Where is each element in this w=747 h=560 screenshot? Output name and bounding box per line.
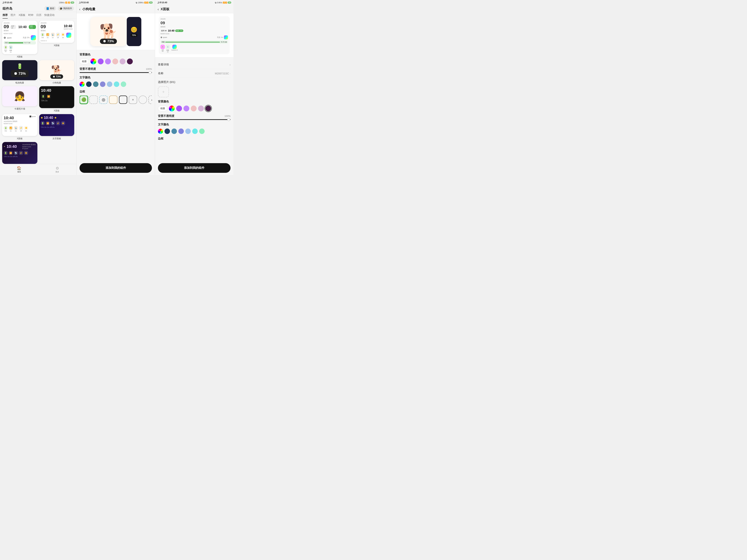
text-color-lightblue-3[interactable] <box>185 129 191 134</box>
widget-xpanel-1[interactable]: 2024/05 09 星期四 蓝牙 Off 10:40 电量: 71% M200… <box>2 21 37 58</box>
tab-shortcuts[interactable]: 快捷启动 <box>44 12 54 19</box>
opacity-label-3: 背景不透明度 <box>158 114 174 118</box>
color-pink-2[interactable] <box>112 58 118 64</box>
widget-xpanel-3[interactable]: 10:40 🔋 📶 73% On X面板 <box>39 86 74 112</box>
status-bar-3: 上午10:40 🌤 0.6K/s 📶📶 73 <box>155 0 233 5</box>
signal-icon-2: 130K/s 📶📶 <box>138 2 149 4</box>
view-detail-chevron: › <box>230 63 231 66</box>
color-purple-3[interactable] <box>176 106 182 111</box>
nav-more[interactable]: ⊙ 更多 <box>38 165 77 174</box>
dog-battery-value: 73% <box>107 39 114 43</box>
signal-text-1: 135K/s <box>59 2 65 4</box>
border-opt-1[interactable]: 🟢 <box>79 96 88 104</box>
border-opt-6[interactable]: ▫ <box>129 96 137 104</box>
color-mauve-2[interactable] <box>120 58 126 64</box>
border-opt-5[interactable] <box>119 96 127 104</box>
sun-icon-2: 🌤 <box>135 2 137 4</box>
text-color-dark-2[interactable] <box>86 81 92 87</box>
preview-card-3a: 2024/5 09 星期四 蓝牙 Off 10:40 电量: 73% M2007… <box>159 16 230 54</box>
nav-home-label: 首页 <box>17 170 21 173</box>
widget-label-2: X面板 <box>54 44 60 47</box>
album-button-2[interactable]: 相册 <box>79 59 89 64</box>
status-bar-1: 上午10:40 135K/s 📶 📶 73 <box>0 0 76 5</box>
tab-xpanel[interactable]: X面板 <box>19 12 25 19</box>
battery-1: 73 <box>71 1 74 4</box>
more-icon: ⊙ <box>56 166 59 170</box>
add-photo-button[interactable]: + <box>158 86 169 97</box>
widget-dog[interactable]: 🐕 ⏺ 73% 小狗电量 <box>39 60 74 84</box>
text-color-teal-3[interactable] <box>172 129 177 134</box>
color-purple-2[interactable] <box>98 58 104 64</box>
text-color-purple-2[interactable] <box>100 81 105 87</box>
color-darkpurple-3[interactable] <box>205 106 211 111</box>
panel2-preview: 🐕 ⏺ 73% 😊 73% <box>77 13 155 50</box>
color-pink-3[interactable] <box>191 106 197 111</box>
widget-space-1[interactable]: ⭐ 10:40 ⭐ 🔋 📶 📡 ⚡ ☀️ 73% On On Off 0% 太空… <box>39 114 74 140</box>
opacity-slider-3[interactable] <box>158 119 231 120</box>
wifi-icon-1: 📶 <box>68 2 70 4</box>
color-lightpurple-2[interactable] <box>105 58 111 64</box>
text-rainbow-3[interactable] <box>158 129 163 134</box>
widget-xpanel-2[interactable]: 2024/05 09 星期四 10:40 M2007J1SC 🔋 73% <box>39 21 74 58</box>
album-button-3[interactable]: 相册 <box>158 106 168 111</box>
status-bar-2: 上午10:40 🌤 130K/s 📶📶 73 <box>77 0 155 5</box>
text-color-dark-3[interactable] <box>164 129 170 134</box>
photo-section: 选择照片 (0/1) + <box>158 78 231 97</box>
widget-label-1: X面板 <box>17 55 23 58</box>
panel-main: 上午10:40 135K/s 📶 📶 73 组件岛 📘 教程 🎓 我的组件 推荐… <box>0 0 77 175</box>
view-detail-row[interactable]: 查看详情 › <box>158 60 231 69</box>
text-color-cyan-3[interactable] <box>192 129 198 134</box>
tab-recommended[interactable]: 推荐 <box>3 12 8 19</box>
text-rainbow-2[interactable] <box>79 82 85 87</box>
color-darkpurple-2[interactable] <box>127 58 133 64</box>
widget-space-2[interactable]: ✦ 10:40 2024/05/09 星期四M2007J1SC⚙ qcom 🔋 … <box>2 142 37 164</box>
nav-home[interactable]: 🏠 首页 <box>0 165 38 174</box>
app-title: 组件岛 <box>3 6 43 11</box>
panel3-header: ‹ X面板 <box>155 5 233 13</box>
nav-tabs: 推荐 照片 X面板 时钟 日历 快捷启动 <box>0 12 76 19</box>
text-color-mint-2[interactable] <box>121 81 126 87</box>
back-arrow-2[interactable]: ‹ <box>79 7 80 11</box>
widget-label-3: 电池电量 <box>15 81 24 84</box>
add-widget-button-3[interactable]: 添加到我的组件 <box>158 163 231 173</box>
widget-battery[interactable]: 🔋 ⏺ 73% 电池电量 <box>2 60 37 84</box>
name-label: 名称 <box>158 72 163 75</box>
border-label-2: 边框 <box>79 90 152 93</box>
border-opt-7[interactable] <box>138 96 147 104</box>
bg-color-section-3: 背景颜色 相册 <box>158 100 231 111</box>
back-arrow-3[interactable]: ‹ <box>158 7 159 11</box>
border-row-2: 🟢 ◎ ▫ ⌐ <box>79 96 152 105</box>
text-color-cyan-2[interactable] <box>114 81 119 87</box>
border-opt-4[interactable] <box>109 96 118 104</box>
text-color-label-3: 文字颜色 <box>158 123 231 126</box>
my-widgets-button[interactable]: 🎓 我的组件 <box>58 6 74 11</box>
battery-3: 73 <box>228 1 231 4</box>
opacity-handle-2 <box>149 71 152 74</box>
add-widget-button-2[interactable]: 添加到我的组件 <box>79 163 152 173</box>
tab-clock[interactable]: 时钟 <box>28 12 33 19</box>
bg-color-row-2: 相册 <box>79 58 152 64</box>
app-header: 组件岛 📘 教程 🎓 我的组件 <box>0 5 76 12</box>
text-color-lightblue-2[interactable] <box>107 81 112 87</box>
text-color-mint-3[interactable] <box>199 129 205 134</box>
color-lightpurple-3[interactable] <box>183 106 189 111</box>
rainbow-color-2[interactable] <box>91 58 96 64</box>
tab-photo[interactable]: 照片 <box>10 12 16 19</box>
border-opt-3[interactable]: ◎ <box>99 96 108 104</box>
photo-label: 选择照片 (0/1) <box>158 80 175 84</box>
rainbow-color-3[interactable] <box>169 106 175 111</box>
battery-2: 73 <box>149 1 153 4</box>
border-opt-8[interactable]: ⌐ <box>149 96 152 104</box>
widget-xpanel-4[interactable]: 10:40 2024/05/09 星期四 M2007J1SC ⬛ qcom 🔋 … <box>2 114 37 140</box>
opacity-slider-2[interactable] <box>79 72 152 73</box>
name-value[interactable]: M2007J1SC › <box>215 72 231 75</box>
tutorial-button[interactable]: 📘 教程 <box>44 6 56 11</box>
text-color-teal-2[interactable] <box>93 81 99 87</box>
tab-calendar[interactable]: 日历 <box>36 12 42 19</box>
text-color-purple-3[interactable] <box>178 129 184 134</box>
border-opt-2[interactable] <box>89 96 98 104</box>
bg-color-label-3: 背景颜色 <box>158 100 231 103</box>
color-mauve-3[interactable] <box>198 106 204 111</box>
widget-cartoon[interactable]: 👧 卡通照片墙 <box>2 86 37 112</box>
status-icons-2: 🌤 130K/s 📶📶 73 <box>135 1 153 4</box>
